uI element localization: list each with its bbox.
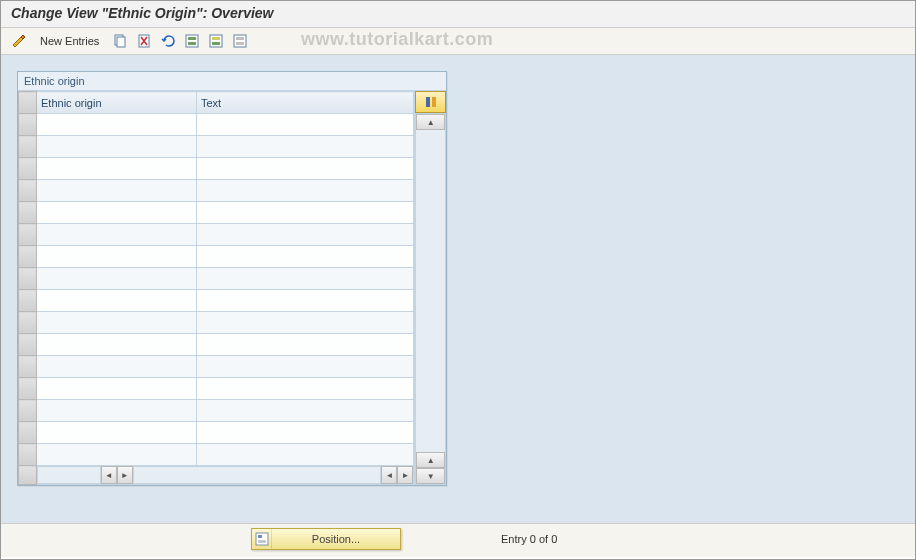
table-row (19, 356, 414, 378)
cell-ethnic-origin[interactable] (37, 136, 197, 158)
page-title: Change View "Ethnic Origin": Overview (11, 5, 273, 21)
svg-rect-4 (188, 37, 196, 40)
row-selector[interactable] (19, 312, 37, 334)
row-selector[interactable] (19, 268, 37, 290)
svg-rect-14 (256, 533, 268, 545)
hscroll-right2-icon[interactable]: ► (397, 466, 413, 484)
cell-ethnic-origin[interactable] (37, 444, 197, 466)
new-entries-button[interactable]: New Entries (33, 31, 106, 51)
panel-title: Ethnic origin (18, 72, 446, 91)
cell-ethnic-origin[interactable] (37, 422, 197, 444)
cell-text[interactable] (197, 400, 414, 422)
table-row (19, 158, 414, 180)
copy-as-icon[interactable] (110, 31, 130, 51)
cell-ethnic-origin[interactable] (37, 202, 197, 224)
hscroll-corner (19, 466, 37, 485)
svg-rect-9 (234, 35, 246, 47)
table-row (19, 180, 414, 202)
row-selector[interactable] (19, 334, 37, 356)
cell-text[interactable] (197, 268, 414, 290)
horizontal-scrollbar[interactable]: ◄ ► ◄ ► (37, 466, 413, 484)
cell-ethnic-origin[interactable] (37, 114, 197, 136)
row-selector[interactable] (19, 158, 37, 180)
row-selector[interactable] (19, 400, 37, 422)
row-selector[interactable] (19, 444, 37, 466)
select-all-rows-header[interactable] (19, 92, 37, 114)
cell-ethnic-origin[interactable] (37, 180, 197, 202)
cell-text[interactable] (197, 246, 414, 268)
table-settings-button[interactable] (415, 91, 446, 113)
cell-text[interactable] (197, 114, 414, 136)
vscroll-down-icon[interactable]: ▼ (416, 468, 445, 484)
toolbar: New Entries www.tutorialkart.com (1, 28, 915, 55)
select-block-icon[interactable] (206, 31, 226, 51)
cell-text[interactable] (197, 422, 414, 444)
table-row (19, 422, 414, 444)
svg-rect-5 (188, 42, 196, 45)
cell-text[interactable] (197, 312, 414, 334)
hscroll-left-icon[interactable]: ◄ (101, 466, 117, 484)
row-selector[interactable] (19, 356, 37, 378)
cell-text[interactable] (197, 136, 414, 158)
cell-text[interactable] (197, 356, 414, 378)
row-selector[interactable] (19, 378, 37, 400)
position-button[interactable]: Position... (251, 528, 401, 550)
deselect-all-icon[interactable] (230, 31, 250, 51)
watermark-text: www.tutorialkart.com (301, 29, 493, 50)
select-all-icon[interactable] (182, 31, 202, 51)
table-row (19, 224, 414, 246)
svg-rect-15 (258, 535, 262, 538)
toggle-change-icon[interactable] (9, 31, 29, 51)
cell-ethnic-origin[interactable] (37, 268, 197, 290)
delete-icon[interactable] (134, 31, 154, 51)
cell-ethnic-origin[interactable] (37, 224, 197, 246)
row-selector[interactable] (19, 246, 37, 268)
cell-ethnic-origin[interactable] (37, 378, 197, 400)
cell-text[interactable] (197, 290, 414, 312)
cell-text[interactable] (197, 444, 414, 466)
svg-rect-1 (117, 37, 125, 47)
svg-rect-16 (258, 540, 266, 543)
vertical-scrollbar[interactable]: ▲ ▲ ▼ (415, 113, 446, 485)
row-selector[interactable] (19, 422, 37, 444)
svg-rect-6 (210, 35, 222, 47)
row-selector[interactable] (19, 224, 37, 246)
cell-ethnic-origin[interactable] (37, 246, 197, 268)
table-row (19, 246, 414, 268)
row-selector[interactable] (19, 136, 37, 158)
row-selector[interactable] (19, 114, 37, 136)
cell-ethnic-origin[interactable] (37, 356, 197, 378)
undo-icon[interactable] (158, 31, 178, 51)
svg-rect-10 (236, 37, 244, 40)
row-selector[interactable] (19, 180, 37, 202)
table-row (19, 312, 414, 334)
vscroll-up-icon[interactable]: ▲ (416, 114, 445, 130)
table-row (19, 114, 414, 136)
entry-count-text: Entry 0 of 0 (501, 533, 557, 545)
vscroll-up2-icon[interactable]: ▲ (416, 452, 445, 468)
cell-ethnic-origin[interactable] (37, 312, 197, 334)
svg-rect-12 (426, 97, 430, 107)
cell-text[interactable] (197, 180, 414, 202)
cell-ethnic-origin[interactable] (37, 158, 197, 180)
hscroll-left2-icon[interactable]: ◄ (381, 466, 397, 484)
cell-text[interactable] (197, 378, 414, 400)
svg-rect-3 (186, 35, 198, 47)
column-header-text[interactable]: Text (197, 92, 414, 114)
row-selector[interactable] (19, 202, 37, 224)
table-row (19, 268, 414, 290)
cell-ethnic-origin[interactable] (37, 400, 197, 422)
table-row (19, 290, 414, 312)
cell-text[interactable] (197, 334, 414, 356)
cell-text[interactable] (197, 158, 414, 180)
cell-text[interactable] (197, 202, 414, 224)
table-row (19, 400, 414, 422)
cell-ethnic-origin[interactable] (37, 334, 197, 356)
column-header-ethnic-origin[interactable]: Ethnic origin (37, 92, 197, 114)
table-row (19, 202, 414, 224)
cell-text[interactable] (197, 224, 414, 246)
row-selector[interactable] (19, 290, 37, 312)
cell-ethnic-origin[interactable] (37, 290, 197, 312)
content-area: Ethnic origin Ethnic origin Text (1, 55, 915, 557)
hscroll-right-icon[interactable]: ► (117, 466, 133, 484)
